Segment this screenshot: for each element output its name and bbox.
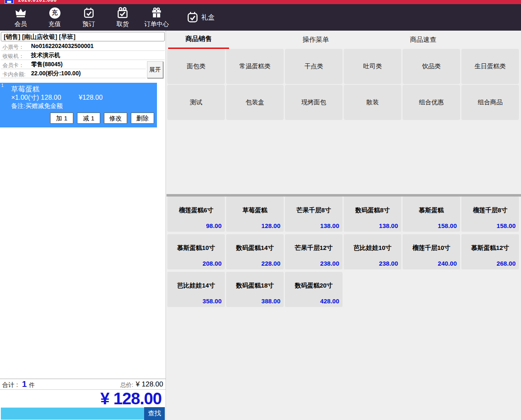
cart-item-amount: ¥128.00 [79,94,103,101]
product-name: 数码蛋糕8寸 [344,206,401,214]
modify-item-button[interactable]: 修改 [104,113,127,124]
category-button[interactable]: 现烤面包 [285,85,343,120]
product-card[interactable]: 芒果千层8寸 138.00 [285,197,343,232]
category-button[interactable]: 组合优惠 [403,85,460,120]
category-button[interactable]: 饮品类 [403,49,460,84]
product-price: 138.00 [320,222,339,229]
card-balance-value: 22.00(积分:100.00) [31,70,81,77]
member-card-value: 零售(88045) [31,61,63,68]
product-price: 428.00 [320,298,339,305]
product-price: 158.00 [438,222,457,229]
toolbar-recharge-button[interactable]: 充 充值 [40,5,70,30]
receipt-number-value: No01622024032500001 [31,43,94,49]
app-window-icon [5,0,14,4]
product-card[interactable]: 慕斯蛋糕12寸 268.00 [461,234,519,269]
tab-product-lookup[interactable]: 商品速查 [372,31,474,49]
category-button[interactable]: 包装盒 [226,85,284,120]
product-card[interactable]: 榴莲千层8寸 158.00 [461,197,519,232]
product-name: 慕斯蛋糕12寸 [461,244,519,252]
category-button[interactable]: 生日蛋糕类 [461,49,519,84]
category-grid: 面包类常温蛋糕类干点类吐司类饮品类生日蛋糕类测试包装盒现烤面包散装组合优惠组合商… [167,49,521,120]
giftbox-check-icon [116,7,129,19]
member-card-row: 会员卡： 零售(88045) [1,60,146,69]
toolbar-recharge-label: 充值 [48,20,61,28]
category-button[interactable]: 散装 [344,85,401,120]
product-price: 138.00 [379,222,398,229]
product-card[interactable]: 数码蛋糕18寸 388.00 [226,272,284,307]
totals-row: 合计 : 1 件 总价: ¥ 128.00 [0,379,166,390]
decrease-qty-button[interactable]: 减 1 [77,113,100,124]
category-button[interactable]: 组合商品 [461,85,519,120]
product-price: 128.00 [261,222,280,229]
product-name: 慕斯蛋糕 [403,206,460,214]
product-card[interactable]: 芭比娃娃14寸 358.00 [167,272,225,307]
cart-item-index: 1 [1,83,4,88]
main-toolbar: 会员 充 充值 预订 取货 订单中心 礼盒 [0,4,521,31]
checkout-panel: [销售] [南山店收银] [早班] 小票号： No016220240325000… [0,31,166,420]
search-button[interactable]: 查找 [144,407,165,420]
toolbar-pickup-button[interactable]: 取货 [108,5,137,30]
toolbar-member-button[interactable]: 会员 [6,5,36,30]
total-price-label: 总价: [120,382,133,389]
toolbar-giftbox-label: 礼盒 [201,13,215,22]
toolbar-giftbox-button[interactable]: 礼盒 [186,11,215,24]
register-row: 收银机： 技术演示机 [1,51,165,60]
product-card[interactable]: 榴莲蛋糕6寸 98.00 [167,197,225,232]
product-card[interactable]: 芭比娃娃10寸 238.00 [344,234,401,269]
toolbar-reserve-button[interactable]: 预订 [74,5,104,30]
total-price-value: ¥ 128.00 [136,380,163,389]
increase-qty-button[interactable]: 加 1 [50,113,73,124]
receipt-number-label: 小票号： [2,43,24,51]
product-name: 榴莲千层10寸 [403,244,460,252]
grand-total-display: ¥ 128.00 [0,390,165,407]
product-card[interactable]: 数码蛋糕14寸 228.00 [226,234,284,269]
search-input[interactable] [1,408,144,420]
product-card[interactable]: 榴莲千层10寸 240.00 [403,234,460,269]
total-label: 合计 : [2,381,18,389]
gift-icon [150,7,163,19]
product-card[interactable]: 芒果千层12寸 238.00 [285,234,343,269]
search-bar: 查找 [0,407,166,420]
cart-item-note: 备注:买赠减免金额 [11,102,63,110]
product-price: 238.00 [379,260,398,267]
cart-item-qty-price: ×1.00(寸) 128.00 ¥128.00 [11,94,103,102]
card-balance-row: 卡内余额: 22.00(积分:100.00) [1,69,146,78]
total-count: 1 [22,379,27,389]
category-button[interactable]: 吐司类 [344,49,401,84]
product-name: 数码蛋糕14寸 [226,244,284,252]
tab-product-sale[interactable]: 商品销售 [168,31,229,49]
product-card[interactable]: 数码蛋糕20寸 428.00 [285,272,343,307]
category-button[interactable]: 面包类 [167,49,225,84]
product-name: 草莓蛋糕 [226,206,284,214]
product-name: 芒果千层8寸 [285,206,343,214]
toolbar-order-center-button[interactable]: 订单中心 [142,5,171,30]
category-button[interactable]: 干点类 [285,49,343,84]
product-price: 208.00 [203,260,222,267]
product-price: 98.00 [206,222,222,229]
tab-operation-menu[interactable]: 操作菜单 [265,31,367,49]
category-button[interactable]: 常温蛋糕类 [226,49,284,84]
cart-item-row[interactable]: 1 草莓蛋糕 ×1.00(寸) 128.00 ¥128.00 备注:买赠减免金额… [0,83,157,127]
product-panel: 商品销售 操作菜单 商品速查 面包类常温蛋糕类干点类吐司类饮品类生日蛋糕类测试包… [166,31,521,420]
member-card-label: 会员卡： [2,62,24,69]
product-card[interactable]: 草莓蛋糕 128.00 [226,197,284,232]
toolbar-reserve-label: 预订 [82,20,95,28]
delete-item-button[interactable]: 删除 [131,113,154,124]
cart-item-name: 草莓蛋糕 [11,84,39,94]
product-card[interactable]: 慕斯蛋糕 158.00 [403,197,460,232]
product-name: 榴莲千层8寸 [461,206,519,214]
category-button[interactable]: 测试 [167,85,225,120]
expand-button[interactable]: 展开 [147,61,163,78]
product-name: 数码蛋糕18寸 [226,282,284,290]
product-name: 芭比娃娃10寸 [344,244,401,252]
register-label: 收银机： [2,53,24,60]
product-card[interactable]: 慕斯蛋糕10寸 208.00 [167,234,225,269]
total-unit: 件 [29,382,35,389]
cart-item-qty: ×1.00(寸) 128.00 [11,94,61,101]
toolbar-member-label: 会员 [14,20,27,28]
product-card[interactable]: 数码蛋糕8寸 138.00 [344,197,401,232]
card-balance-label: 卡内余额: [2,71,26,78]
crown-icon [14,7,27,19]
register-value: 技术演示机 [31,52,60,59]
session-header: [销售] [南山店收银] [早班] [1,32,165,41]
